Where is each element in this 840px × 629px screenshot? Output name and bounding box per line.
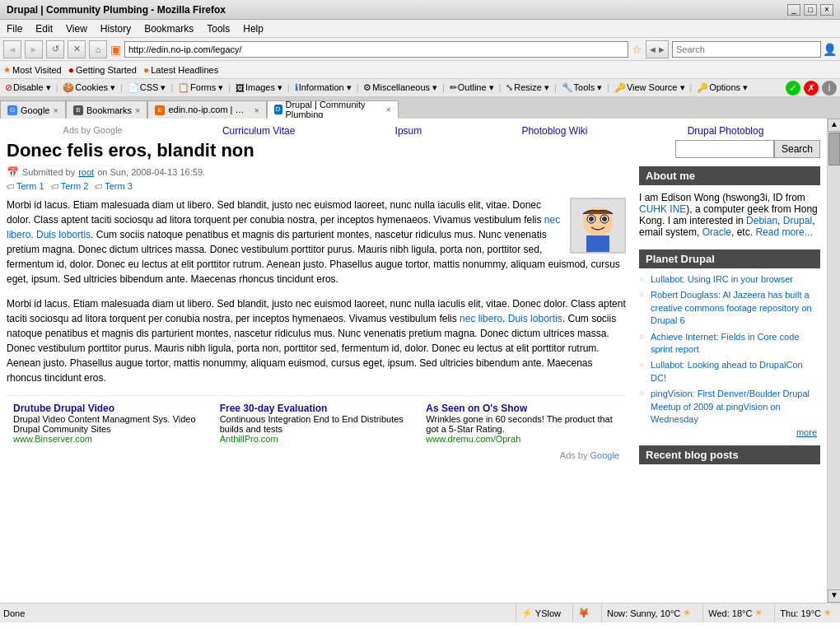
wd-information[interactable]: ℹ Information ▾	[293, 82, 353, 93]
link-duis-lobortis-2[interactable]: Duis lobortis	[508, 313, 562, 324]
url-bar[interactable]	[124, 41, 628, 58]
tag-link-1[interactable]: Term 1	[16, 181, 44, 191]
maximize-button[interactable]: □	[804, 4, 817, 16]
tag-term2[interactable]: 🏷 Term 2	[51, 181, 89, 191]
oracle-link[interactable]: Oracle	[702, 226, 731, 238]
bottom-ad-2: Free 30-day Evaluation Continuous Integr…	[220, 403, 413, 444]
cuhk-link[interactable]: CUHK INE	[639, 203, 686, 215]
bottom-ad-1-title[interactable]: Drutube Drupal Video	[13, 403, 207, 414]
tag-link-2[interactable]: Term 2	[61, 181, 89, 191]
tab-google-close[interactable]: ×	[53, 105, 58, 115]
wd-info-button[interactable]: i	[822, 81, 837, 96]
wd-misc[interactable]: ⚙ Miscellaneous ▾	[362, 82, 439, 93]
yslow-icon: ⚡	[521, 608, 533, 618]
scrollbar[interactable]: ▲ ▼	[827, 119, 840, 603]
bookmark-most-visited[interactable]: ★ Most Visited	[3, 65, 62, 75]
main-article: Donec felis eros, blandit non 📅 Submitte…	[7, 140, 639, 473]
wd-css[interactable]: 📄 CSS ▾	[126, 82, 168, 93]
close-button[interactable]: ×	[820, 4, 833, 16]
wd-forms[interactable]: 📋 Forms ▾	[176, 82, 225, 93]
tag-term3[interactable]: 🏷 Term 3	[95, 181, 133, 191]
planet-link-3[interactable]: Achieve Internet: Fields in Core code sp…	[651, 332, 799, 354]
forward-button[interactable]: ►	[25, 40, 43, 58]
article-title: Donec felis eros, blandit non	[7, 140, 626, 161]
author-link[interactable]: root	[78, 167, 94, 177]
planet-more-link[interactable]: more	[639, 427, 820, 437]
window-title-bar: Drupal | Community Plumbing - Mozilla Fi…	[0, 0, 840, 20]
back-button[interactable]: ◄	[3, 40, 21, 58]
planet-link-5[interactable]: pingVision: First Denver/Boulder Drupal …	[651, 389, 810, 424]
window-title: Drupal | Community Plumbing - Mozilla Fi…	[7, 4, 226, 16]
wd-disable-label: Disable ▾	[13, 82, 51, 93]
tab-edin[interactable]: E edin.no-ip.com | 其侬如凤... ×	[147, 100, 266, 119]
tag-term1[interactable]: 🏷 Term 1	[7, 181, 44, 191]
planet-item-3: Achieve Internet: Fields in Core code sp…	[639, 329, 820, 358]
menu-bookmarks[interactable]: Bookmarks	[141, 21, 197, 36]
stop-button[interactable]: ✕	[68, 40, 86, 58]
bottom-ad-1-url[interactable]: www.Binserver.com	[13, 434, 207, 444]
planet-link-1[interactable]: Lullabot: Using IRC in your browser	[651, 274, 793, 284]
tab-edin-close[interactable]: ×	[254, 105, 259, 115]
scroll-down-button[interactable]: ▼	[828, 589, 840, 603]
window-controls[interactable]: _ □ ×	[787, 4, 833, 16]
link-nec-libero-2[interactable]: nec libero	[460, 313, 502, 324]
bookmark-getting-started[interactable]: ● Getting Started	[68, 64, 137, 76]
bookmark-star[interactable]: ◄►	[646, 40, 669, 58]
bottom-ad-3-title[interactable]: As Seen on O's Show	[426, 403, 619, 414]
wd-viewsource[interactable]: 🔑 View Source ▾	[613, 82, 687, 93]
sep7: |	[442, 83, 445, 92]
wd-images[interactable]: 🖼 Images ▾	[234, 82, 284, 93]
menu-history[interactable]: History	[97, 21, 134, 36]
wd-x-button[interactable]: ✗	[804, 81, 819, 96]
wd-cookies-label: Cookies ▾	[75, 82, 115, 93]
debian-link[interactable]: Debian	[746, 215, 777, 226]
planet-list: Lullabot: Using IRC in your browser Robe…	[639, 272, 820, 427]
tab-bookmarks[interactable]: B Bookmarks ×	[66, 100, 147, 119]
link-duis-lobortis-1[interactable]: Duis lobortis	[36, 229, 91, 240]
planet-link-4[interactable]: Lullabot: Looking ahead to DrupalCon DC!	[651, 360, 803, 382]
minimize-button[interactable]: _	[787, 4, 800, 16]
tab-google[interactable]: G Google ×	[0, 100, 66, 119]
sidebar-search-input[interactable]	[675, 140, 774, 158]
ad-link-curriculum[interactable]: Curriculum Vitae	[222, 125, 295, 137]
menu-tools[interactable]: Tools	[203, 21, 233, 36]
scroll-track[interactable]	[828, 132, 840, 589]
wd-cookies[interactable]: 🍪 Cookies ▾	[61, 82, 117, 93]
planet-link-2[interactable]: Robert Douglass: Al Jazeera has built a …	[651, 290, 812, 325]
ad-link-photoblog-wiki[interactable]: Photoblog Wiki	[521, 125, 587, 137]
sidebar-search-button[interactable]: Search	[774, 140, 820, 158]
information-icon: ℹ	[295, 82, 298, 93]
browser-search-input[interactable]	[672, 41, 821, 58]
ad-link-ipsum[interactable]: Ipsum	[395, 125, 422, 137]
scroll-up-button[interactable]: ▲	[828, 119, 840, 132]
menu-help[interactable]: Help	[240, 21, 267, 36]
read-more-link[interactable]: Read more...	[755, 226, 812, 238]
wd-resize[interactable]: ⤡ Resize ▾	[504, 82, 551, 93]
ad-link-drupal-photoblog[interactable]: Drupal Photoblog	[688, 125, 764, 137]
wd-check-button[interactable]: ✓	[786, 81, 800, 96]
misc-icon: ⚙	[363, 82, 371, 93]
bottom-ad-2-title[interactable]: Free 30-day Evaluation	[220, 403, 413, 414]
bottom-ad-3-url[interactable]: www.dremu.com/Oprah	[426, 434, 619, 444]
bottom-ad-2-url[interactable]: AnthillPro.com	[220, 434, 413, 444]
menu-edit[interactable]: Edit	[32, 21, 56, 36]
bookmark-latest-headlines[interactable]: ● Latest Headlines	[143, 64, 218, 76]
menu-file[interactable]: File	[3, 21, 26, 36]
wd-options[interactable]: 🔑 Options ▾	[695, 82, 749, 93]
menu-view[interactable]: View	[63, 21, 91, 36]
reload-button[interactable]: ↺	[46, 40, 64, 58]
drupal-link[interactable]: Drupal	[783, 215, 812, 226]
yslow-label: YSlow	[535, 608, 561, 618]
home-button[interactable]: ⌂	[89, 40, 107, 58]
wd-tools[interactable]: 🔧 Tools ▾	[560, 82, 604, 93]
wd-outline[interactable]: ✏ Outline ▾	[448, 82, 496, 93]
planet-item-1: Lullabot: Using IRC in your browser	[639, 272, 820, 287]
tag-link-3[interactable]: Term 3	[105, 181, 133, 191]
star-icon[interactable]: ☆	[632, 43, 642, 56]
bottom-ad-1: Drutube Drupal Video Drupal Video Conten…	[13, 403, 207, 444]
scroll-thumb[interactable]	[828, 133, 840, 165]
tab-drupal[interactable]: D Drupal | Community Plumbing ×	[267, 100, 399, 119]
wd-disable[interactable]: ⊘ Disable ▾	[3, 82, 53, 93]
tab-bookmarks-close[interactable]: ×	[135, 105, 140, 115]
tab-drupal-close[interactable]: ×	[385, 105, 390, 114]
